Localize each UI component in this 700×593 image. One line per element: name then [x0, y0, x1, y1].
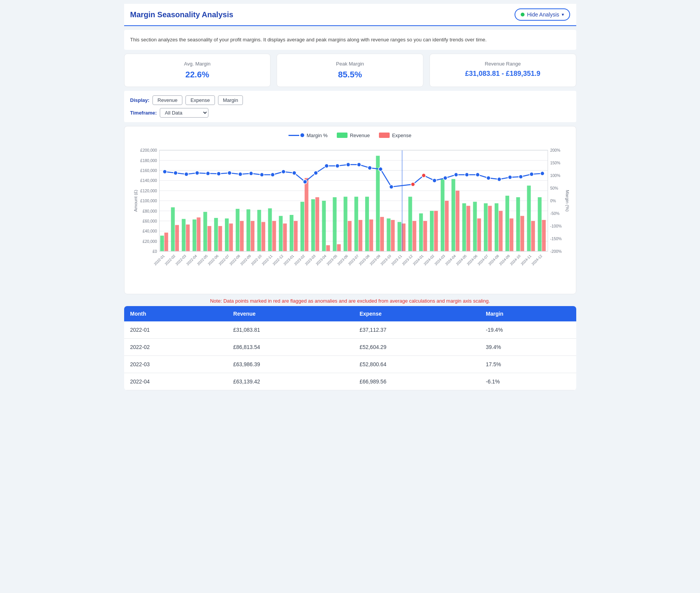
svg-text:2024-04: 2024-04 [444, 254, 456, 266]
svg-rect-74 [380, 217, 384, 251]
svg-text:2024-09: 2024-09 [498, 254, 510, 266]
svg-rect-67 [343, 197, 347, 251]
svg-point-173 [530, 172, 533, 176]
svg-rect-100 [520, 216, 524, 251]
svg-rect-48 [240, 221, 244, 251]
legend-margin-label: Margin % [307, 133, 328, 138]
expense-toggle-button[interactable]: Expense [185, 95, 215, 105]
svg-point-160 [379, 167, 382, 171]
svg-rect-69 [354, 197, 358, 251]
svg-point-152 [292, 171, 296, 175]
svg-point-149 [260, 172, 264, 177]
svg-text:2022-03: 2022-03 [174, 254, 187, 266]
svg-rect-81 [419, 213, 423, 251]
svg-point-159 [367, 166, 371, 170]
svg-text:£120,000: £120,000 [140, 188, 157, 193]
status-dot [521, 13, 525, 16]
controls-box: Display: Revenue Expense Margin Timefram… [124, 91, 576, 122]
svg-text:2022-05: 2022-05 [196, 254, 208, 266]
timeframe-label: Timeframe: [130, 110, 157, 116]
svg-rect-34 [164, 233, 168, 251]
table-row: 2022-03 £63,986.39 £52,800.64 17.5% [124, 355, 576, 373]
timeframe-select[interactable]: All Data Last 12 Months Last 6 Months [160, 108, 208, 118]
table-body: 2022-01 £31,083.81 £37,112.37 -19.4% 202… [124, 321, 576, 390]
cell-month: 2022-04 [124, 373, 227, 390]
data-table: Month Revenue Expense Margin 2022-01 £31… [124, 306, 576, 390]
svg-point-172 [519, 175, 523, 179]
svg-point-161 [389, 185, 393, 189]
svg-rect-88 [456, 190, 459, 251]
peak-margin-label: Peak Margin [285, 61, 415, 67]
svg-text:£180,000: £180,000 [140, 158, 157, 162]
svg-point-166 [454, 172, 458, 177]
svg-rect-93 [484, 203, 487, 251]
display-row: Display: Revenue Expense Margin [130, 95, 570, 105]
svg-text:£40,000: £40,000 [143, 229, 157, 233]
cell-expense: £66,989.56 [353, 373, 480, 390]
svg-text:£200,000: £200,000 [140, 148, 157, 152]
svg-point-142 [184, 172, 188, 176]
legend-expense: Expense [379, 133, 411, 138]
peak-margin-value: 85.5% [285, 70, 415, 80]
svg-rect-49 [246, 209, 250, 251]
chart-svg: £0£20,000£40,000£60,000£80,000£100,000£1… [131, 142, 570, 288]
hide-analysis-label: Hide Analysis [527, 11, 559, 18]
svg-text:£60,000: £60,000 [143, 219, 157, 223]
cell-month: 2022-02 [124, 338, 227, 355]
table-row: 2022-01 £31,083.81 £37,112.37 -19.4% [124, 321, 576, 339]
col-expense: Expense [353, 306, 480, 321]
svg-rect-57 [289, 215, 293, 251]
svg-rect-70 [358, 220, 362, 251]
svg-text:£160,000: £160,000 [140, 169, 157, 173]
svg-rect-47 [236, 209, 239, 251]
svg-rect-60 [305, 178, 308, 251]
page-title: Margin Seasonality Analysis [130, 10, 233, 19]
svg-text:100%: 100% [550, 174, 560, 178]
cell-month: 2022-03 [124, 355, 227, 373]
revenue-range-value: £31,083.81 - £189,351.9 [438, 70, 568, 78]
svg-rect-101 [527, 185, 531, 251]
svg-rect-96 [498, 211, 502, 251]
svg-rect-38 [186, 224, 190, 251]
legend-margin: Margin % [289, 133, 328, 138]
svg-rect-83 [430, 211, 434, 251]
cell-revenue: £63,986.39 [227, 355, 354, 373]
svg-text:2024-08: 2024-08 [487, 254, 500, 266]
svg-rect-87 [451, 179, 455, 251]
svg-text:2024-06: 2024-06 [466, 254, 478, 266]
svg-text:2022-02: 2022-02 [164, 254, 176, 266]
revenue-toggle-button[interactable]: Revenue [152, 95, 182, 105]
cell-revenue: £63,139.42 [227, 373, 354, 390]
svg-point-162 [411, 182, 415, 186]
expense-color-icon [379, 133, 390, 138]
svg-rect-98 [510, 218, 513, 251]
anomaly-note: Note: Data points marked in red are flag… [124, 298, 576, 304]
svg-text:-200%: -200% [550, 249, 561, 254]
svg-text:2022-12: 2022-12 [272, 254, 284, 266]
svg-text:£0: £0 [152, 249, 157, 254]
svg-text:-100%: -100% [550, 224, 561, 228]
svg-point-151 [281, 169, 285, 174]
svg-rect-103 [538, 197, 541, 251]
svg-text:Amount (£): Amount (£) [133, 190, 138, 211]
svg-text:-50%: -50% [550, 211, 559, 216]
svg-rect-33 [160, 236, 164, 251]
svg-text:£140,000: £140,000 [140, 179, 157, 183]
svg-point-164 [432, 179, 436, 183]
svg-point-155 [325, 164, 328, 168]
revenue-range-card: Revenue Range £31,083.81 - £189,351.9 [430, 54, 576, 87]
svg-rect-46 [229, 223, 233, 251]
svg-point-157 [346, 162, 350, 167]
svg-rect-54 [272, 221, 276, 251]
avg-margin-value: 22.6% [132, 70, 263, 80]
svg-point-147 [238, 172, 242, 176]
svg-rect-68 [348, 221, 351, 251]
table-header-row: Month Revenue Expense Margin [124, 306, 576, 321]
svg-point-163 [421, 173, 425, 177]
svg-point-168 [475, 172, 479, 177]
hide-analysis-button[interactable]: Hide Analysis ▾ [515, 8, 570, 21]
svg-rect-76 [391, 220, 395, 251]
legend-revenue: Revenue [337, 133, 370, 138]
margin-toggle-button[interactable]: Margin [218, 95, 243, 105]
svg-text:2023-09: 2023-09 [369, 254, 381, 266]
